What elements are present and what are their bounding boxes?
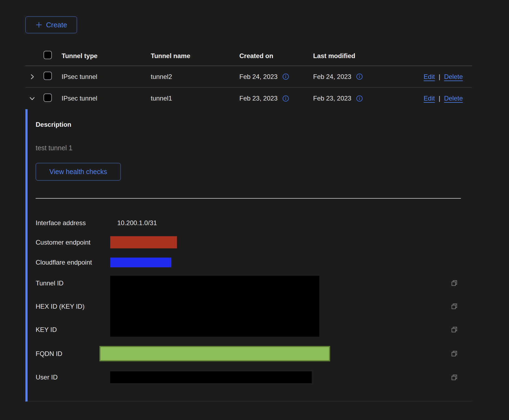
table-header-row: Tunnel type Tunnel name Created on Last … — [25, 46, 472, 66]
created-on-info-button[interactable] — [282, 73, 289, 80]
info-icon — [356, 73, 363, 80]
plus-icon — [35, 21, 43, 29]
last-modified-cell: Feb 24, 2023 — [313, 73, 392, 81]
expanded-detail-panel: Description test tunnel 1 View health ch… — [25, 109, 472, 402]
hex-id-label: HEX ID (KEY ID) — [36, 303, 110, 310]
copy-icon — [451, 350, 458, 357]
last-modified-value: Feb 23, 2023 — [313, 95, 351, 102]
description-value: test tunnel 1 — [36, 144, 472, 152]
create-button[interactable]: Create — [25, 16, 77, 33]
header-created-on: Created on — [239, 52, 313, 60]
copy-fqdn-id-button[interactable] — [451, 350, 458, 357]
select-all-checkbox[interactable] — [43, 51, 52, 59]
table-row: IPsec tunnel tunnel1 Feb 23, 2023 Feb 23… — [25, 88, 472, 109]
copy-key-id-button[interactable] — [451, 326, 458, 333]
description-label: Description — [36, 121, 472, 128]
tunnel-type-cell: IPsec tunnel — [62, 95, 151, 102]
info-icon — [282, 95, 289, 102]
customer-endpoint-redaction — [110, 236, 177, 248]
fqdn-id-row: FQDN ID — [36, 346, 472, 361]
copy-hex-id-button[interactable] — [451, 303, 458, 310]
edit-link[interactable]: Edit — [424, 73, 435, 81]
edit-link[interactable]: Edit — [424, 95, 435, 102]
delete-link[interactable]: Delete — [444, 73, 463, 81]
page: Create Tunnel type Tunnel name Created o… — [0, 0, 509, 420]
tunnel-ids-row: Tunnel ID HEX ID (KEY ID) KEY ID — [36, 276, 472, 337]
customer-endpoint-row: Customer endpoint — [36, 236, 472, 248]
row-checkbox[interactable] — [43, 94, 52, 102]
interface-address-row: Interface address 10.200.1.0/31 — [36, 217, 472, 229]
header-tunnel-name: Tunnel name — [151, 52, 239, 60]
created-on-value: Feb 23, 2023 — [239, 95, 277, 102]
tunnel-name-cell: tunnel1 — [151, 95, 239, 102]
user-id-redaction — [110, 371, 312, 383]
section-divider — [36, 198, 461, 199]
expand-row-button[interactable] — [29, 73, 36, 80]
last-modified-cell: Feb 23, 2023 — [313, 95, 392, 102]
header-tunnel-type: Tunnel type — [62, 52, 151, 60]
chevron-right-icon — [29, 73, 36, 80]
key-id-label: KEY ID — [36, 326, 110, 334]
view-health-checks-button[interactable]: View health checks — [36, 163, 121, 181]
user-id-row: User ID — [36, 371, 472, 383]
delete-link[interactable]: Delete — [444, 95, 463, 102]
created-on-cell: Feb 23, 2023 — [239, 95, 313, 102]
info-icon — [282, 73, 289, 80]
action-separator: | — [438, 95, 440, 102]
chevron-down-icon — [29, 95, 36, 102]
copy-icon — [451, 303, 458, 310]
create-button-label: Create — [46, 21, 67, 29]
interface-address-value: 10.200.1.0/31 — [110, 219, 451, 227]
row-checkbox[interactable] — [43, 72, 52, 80]
created-on-value: Feb 24, 2023 — [239, 73, 277, 81]
tunnel-type-cell: IPsec tunnel — [62, 73, 151, 81]
tunnel-id-label: Tunnel ID — [36, 279, 110, 287]
created-on-cell: Feb 24, 2023 — [239, 73, 313, 81]
copy-tunnel-id-button[interactable] — [451, 279, 458, 287]
action-separator: | — [438, 73, 440, 81]
tunnel-name-cell: tunnel2 — [151, 73, 239, 81]
last-modified-value: Feb 24, 2023 — [313, 73, 351, 81]
last-modified-info-button[interactable] — [356, 95, 363, 102]
interface-address-label: Interface address — [36, 219, 110, 227]
cloudflare-endpoint-label: Cloudflare endpoint — [36, 259, 110, 266]
user-id-label: User ID — [36, 374, 110, 381]
header-last-modified: Last modified — [313, 52, 392, 60]
cloudflare-endpoint-row: Cloudflare endpoint — [36, 258, 472, 267]
tunnels-table: Tunnel type Tunnel name Created on Last … — [25, 46, 472, 402]
customer-endpoint-label: Customer endpoint — [36, 239, 110, 246]
info-icon — [356, 95, 363, 102]
last-modified-info-button[interactable] — [356, 73, 363, 80]
created-on-info-button[interactable] — [282, 95, 289, 102]
copy-icon — [451, 374, 458, 381]
fqdn-id-label: FQDN ID — [36, 350, 110, 358]
copy-icon — [451, 326, 458, 333]
copy-user-id-button[interactable] — [451, 374, 458, 381]
copy-icon — [451, 279, 458, 287]
collapse-row-button[interactable] — [29, 95, 36, 102]
cloudflare-endpoint-redaction — [110, 258, 171, 267]
fqdn-id-redaction — [99, 346, 330, 361]
ids-redaction-block — [110, 276, 319, 337]
table-row: IPsec tunnel tunnel2 Feb 24, 2023 Feb 24… — [25, 66, 472, 88]
